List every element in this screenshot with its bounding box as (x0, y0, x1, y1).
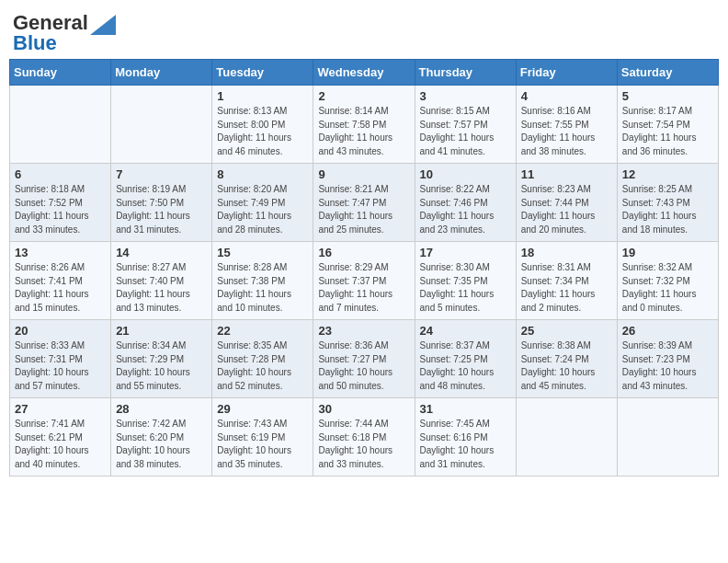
day-number: 5 (622, 89, 713, 103)
calendar-cell: 4Sunrise: 8:16 AM Sunset: 7:55 PM Daylig… (516, 86, 617, 164)
day-number: 8 (217, 167, 308, 181)
day-info: Sunrise: 8:20 AM Sunset: 7:49 PM Dayligh… (217, 183, 308, 236)
day-number: 4 (521, 89, 612, 103)
calendar-cell: 23Sunrise: 8:36 AM Sunset: 7:27 PM Dayli… (313, 320, 415, 398)
day-info: Sunrise: 8:26 AM Sunset: 7:41 PM Dayligh… (15, 261, 106, 315)
calendar-table: SundayMondayTuesdayWednesdayThursdayFrid… (9, 59, 719, 477)
calendar-cell (10, 86, 111, 164)
calendar-cell: 27Sunrise: 7:41 AM Sunset: 6:21 PM Dayli… (10, 398, 111, 477)
calendar-cell (617, 398, 718, 477)
day-number: 6 (15, 167, 106, 181)
day-number: 22 (217, 324, 308, 338)
day-number: 26 (622, 324, 713, 338)
col-header-sunday: Sunday (10, 60, 111, 86)
day-number: 28 (116, 402, 207, 416)
calendar-week-1: 1Sunrise: 8:13 AM Sunset: 8:00 PM Daylig… (10, 86, 719, 164)
calendar-cell: 31Sunrise: 7:45 AM Sunset: 6:16 PM Dayli… (415, 398, 516, 477)
calendar-cell: 16Sunrise: 8:29 AM Sunset: 7:37 PM Dayli… (313, 242, 415, 320)
day-info: Sunrise: 7:41 AM Sunset: 6:21 PM Dayligh… (15, 418, 106, 471)
logo: General Blue (13, 13, 116, 53)
day-number: 15 (217, 246, 308, 259)
day-info: Sunrise: 8:36 AM Sunset: 7:27 PM Dayligh… (318, 339, 409, 393)
calendar-cell: 7Sunrise: 8:19 AM Sunset: 7:50 PM Daylig… (111, 164, 212, 242)
calendar-cell: 19Sunrise: 8:32 AM Sunset: 7:32 PM Dayli… (617, 242, 718, 320)
calendar-week-5: 27Sunrise: 7:41 AM Sunset: 6:21 PM Dayli… (10, 398, 719, 477)
calendar-cell: 29Sunrise: 7:43 AM Sunset: 6:19 PM Dayli… (212, 398, 313, 477)
day-info: Sunrise: 8:23 AM Sunset: 7:44 PM Dayligh… (521, 183, 612, 236)
calendar-cell: 2Sunrise: 8:14 AM Sunset: 7:58 PM Daylig… (313, 86, 415, 164)
day-info: Sunrise: 8:27 AM Sunset: 7:40 PM Dayligh… (116, 261, 207, 315)
day-info: Sunrise: 8:38 AM Sunset: 7:24 PM Dayligh… (521, 339, 612, 393)
calendar-cell: 12Sunrise: 8:25 AM Sunset: 7:43 PM Dayli… (617, 164, 718, 242)
calendar-cell: 26Sunrise: 8:39 AM Sunset: 7:23 PM Dayli… (617, 320, 718, 398)
day-info: Sunrise: 8:28 AM Sunset: 7:38 PM Dayligh… (217, 261, 308, 315)
calendar-cell: 28Sunrise: 7:42 AM Sunset: 6:20 PM Dayli… (111, 398, 212, 477)
col-header-friday: Friday (516, 60, 617, 86)
day-number: 27 (15, 402, 106, 416)
day-number: 14 (116, 246, 207, 259)
day-info: Sunrise: 8:31 AM Sunset: 7:34 PM Dayligh… (521, 261, 612, 315)
logo-icon (90, 15, 116, 35)
page-header: General Blue (9, 9, 719, 53)
col-header-wednesday: Wednesday (313, 60, 415, 86)
day-info: Sunrise: 8:33 AM Sunset: 7:31 PM Dayligh… (15, 339, 106, 393)
calendar-week-3: 13Sunrise: 8:26 AM Sunset: 7:41 PM Dayli… (10, 242, 719, 320)
calendar-cell: 21Sunrise: 8:34 AM Sunset: 7:29 PM Dayli… (111, 320, 212, 398)
day-number: 29 (217, 402, 308, 416)
day-number: 24 (420, 324, 511, 338)
day-info: Sunrise: 8:37 AM Sunset: 7:25 PM Dayligh… (420, 339, 511, 393)
day-info: Sunrise: 8:35 AM Sunset: 7:28 PM Dayligh… (217, 339, 308, 393)
day-number: 20 (15, 324, 106, 338)
calendar-cell: 14Sunrise: 8:27 AM Sunset: 7:40 PM Dayli… (111, 242, 212, 320)
logo-text: General Blue (13, 13, 88, 53)
calendar-cell: 10Sunrise: 8:22 AM Sunset: 7:46 PM Dayli… (415, 164, 516, 242)
calendar-cell: 15Sunrise: 8:28 AM Sunset: 7:38 PM Dayli… (212, 242, 313, 320)
calendar-cell: 25Sunrise: 8:38 AM Sunset: 7:24 PM Dayli… (516, 320, 617, 398)
day-number: 3 (420, 89, 511, 103)
day-number: 16 (318, 246, 409, 259)
day-number: 1 (217, 89, 308, 103)
day-number: 23 (318, 324, 409, 338)
day-info: Sunrise: 8:15 AM Sunset: 7:57 PM Dayligh… (420, 105, 511, 158)
day-info: Sunrise: 8:25 AM Sunset: 7:43 PM Dayligh… (622, 183, 713, 236)
col-header-thursday: Thursday (415, 60, 516, 86)
calendar-cell: 24Sunrise: 8:37 AM Sunset: 7:25 PM Dayli… (415, 320, 516, 398)
day-info: Sunrise: 8:16 AM Sunset: 7:55 PM Dayligh… (521, 105, 612, 158)
day-info: Sunrise: 7:43 AM Sunset: 6:19 PM Dayligh… (217, 418, 308, 471)
calendar-cell: 5Sunrise: 8:17 AM Sunset: 7:54 PM Daylig… (617, 86, 718, 164)
calendar-cell (516, 398, 617, 477)
calendar-cell: 30Sunrise: 7:44 AM Sunset: 6:18 PM Dayli… (313, 398, 415, 477)
col-header-saturday: Saturday (617, 60, 718, 86)
day-info: Sunrise: 8:32 AM Sunset: 7:32 PM Dayligh… (622, 261, 713, 315)
day-info: Sunrise: 7:45 AM Sunset: 6:16 PM Dayligh… (420, 418, 511, 471)
day-number: 30 (318, 402, 409, 416)
day-number: 9 (318, 167, 409, 181)
calendar-cell: 18Sunrise: 8:31 AM Sunset: 7:34 PM Dayli… (516, 242, 617, 320)
calendar-cell: 13Sunrise: 8:26 AM Sunset: 7:41 PM Dayli… (10, 242, 111, 320)
day-number: 12 (622, 167, 713, 181)
day-number: 19 (622, 246, 713, 259)
day-number: 21 (116, 324, 207, 338)
svg-marker-0 (90, 15, 116, 35)
day-info: Sunrise: 8:17 AM Sunset: 7:54 PM Dayligh… (622, 105, 713, 158)
col-header-tuesday: Tuesday (212, 60, 313, 86)
day-info: Sunrise: 8:21 AM Sunset: 7:47 PM Dayligh… (318, 183, 409, 236)
day-number: 13 (15, 246, 106, 259)
day-info: Sunrise: 8:18 AM Sunset: 7:52 PM Dayligh… (15, 183, 106, 236)
col-header-monday: Monday (111, 60, 212, 86)
day-info: Sunrise: 7:44 AM Sunset: 6:18 PM Dayligh… (318, 418, 409, 471)
day-info: Sunrise: 8:34 AM Sunset: 7:29 PM Dayligh… (116, 339, 207, 393)
calendar-week-4: 20Sunrise: 8:33 AM Sunset: 7:31 PM Dayli… (10, 320, 719, 398)
calendar-week-2: 6Sunrise: 8:18 AM Sunset: 7:52 PM Daylig… (10, 164, 719, 242)
day-info: Sunrise: 8:22 AM Sunset: 7:46 PM Dayligh… (420, 183, 511, 236)
day-number: 10 (420, 167, 511, 181)
day-number: 18 (521, 246, 612, 259)
day-info: Sunrise: 8:13 AM Sunset: 8:00 PM Dayligh… (217, 105, 308, 158)
day-info: Sunrise: 8:14 AM Sunset: 7:58 PM Dayligh… (318, 105, 409, 158)
calendar-cell: 3Sunrise: 8:15 AM Sunset: 7:57 PM Daylig… (415, 86, 516, 164)
calendar-cell: 6Sunrise: 8:18 AM Sunset: 7:52 PM Daylig… (10, 164, 111, 242)
day-info: Sunrise: 7:42 AM Sunset: 6:20 PM Dayligh… (116, 418, 207, 471)
day-number: 17 (420, 246, 511, 259)
day-info: Sunrise: 8:19 AM Sunset: 7:50 PM Dayligh… (116, 183, 207, 236)
day-number: 2 (318, 89, 409, 103)
